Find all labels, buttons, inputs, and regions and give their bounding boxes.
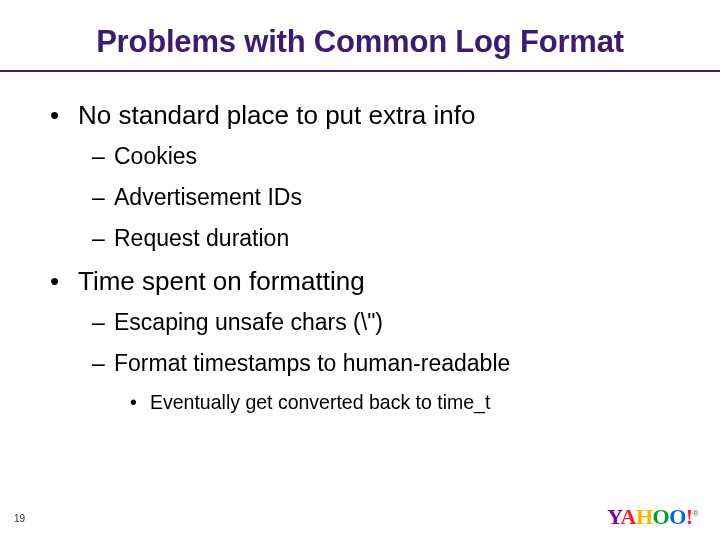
title-underline bbox=[0, 70, 720, 72]
page-number: 19 bbox=[14, 513, 25, 524]
trademark-symbol: ® bbox=[693, 509, 698, 518]
yahoo-logo: YAHOO!® bbox=[607, 504, 698, 530]
bullet-dash-icon: – bbox=[92, 143, 114, 170]
bullet-dot-icon: • bbox=[50, 266, 78, 297]
list-item: • Time spent on formatting – Escaping un… bbox=[50, 266, 686, 414]
list-item-text: Format timestamps to human-readable bbox=[114, 350, 510, 377]
list-item-text: Advertisement IDs bbox=[114, 184, 302, 211]
list-item-text: Cookies bbox=[114, 143, 197, 170]
slide: Problems with Common Log Format • No sta… bbox=[0, 0, 720, 540]
list-item: • No standard place to put extra info – … bbox=[50, 100, 686, 252]
list-item-text: Escaping unsafe chars (\") bbox=[114, 309, 383, 336]
bullet-dash-icon: – bbox=[92, 350, 114, 377]
bullet-dash-icon: – bbox=[92, 309, 114, 336]
bullet-dash-icon: – bbox=[92, 225, 114, 252]
bullet-dot-icon: • bbox=[130, 391, 150, 414]
list-item: – Escaping unsafe chars (\") bbox=[50, 309, 686, 336]
list-item: – Cookies bbox=[50, 143, 686, 170]
list-item: • Eventually get converted back to time_… bbox=[50, 391, 686, 414]
bullet-dash-icon: – bbox=[92, 184, 114, 211]
slide-content: • No standard place to put extra info – … bbox=[34, 100, 686, 414]
bullet-dot-icon: • bbox=[50, 100, 78, 131]
list-item-text: Request duration bbox=[114, 225, 289, 252]
list-item: – Advertisement IDs bbox=[50, 184, 686, 211]
bullet-list: • No standard place to put extra info – … bbox=[50, 100, 686, 414]
list-item: – Format timestamps to human-readable • … bbox=[50, 350, 686, 414]
list-item-text: No standard place to put extra info bbox=[78, 100, 475, 131]
list-item-text: Eventually get converted back to time_t bbox=[150, 391, 490, 414]
list-item-text: Time spent on formatting bbox=[78, 266, 365, 297]
slide-title: Problems with Common Log Format bbox=[34, 24, 686, 60]
list-item: – Request duration bbox=[50, 225, 686, 252]
